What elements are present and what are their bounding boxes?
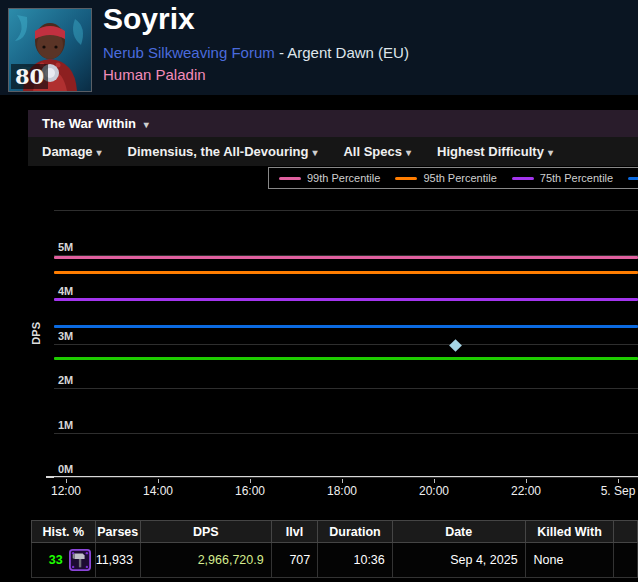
realm-label: - Argent Dawn (EU) bbox=[275, 44, 409, 61]
x-tick bbox=[250, 479, 251, 483]
race-class-label: Human Paladin bbox=[103, 66, 206, 83]
level-badge: 80 bbox=[11, 64, 48, 89]
legend-item[interactable]: 95th Percentile bbox=[395, 172, 496, 184]
extra-cell bbox=[614, 543, 638, 578]
y-gridline bbox=[54, 388, 638, 389]
x-tick bbox=[526, 479, 527, 483]
col-extra bbox=[614, 521, 638, 543]
dps-value[interactable]: 2,966,720.9 bbox=[140, 543, 271, 578]
y-tick-label: 3M bbox=[58, 330, 73, 342]
boss-dropdown[interactable]: Dimensius, the All-Devouring▾ bbox=[128, 144, 318, 159]
col-date[interactable]: Date bbox=[392, 521, 525, 543]
percentile-line bbox=[54, 271, 638, 274]
legend-item[interactable]: 75th Percentile bbox=[512, 172, 613, 184]
legend-item[interactable]: 50th Percentile bbox=[628, 172, 638, 184]
chevron-down-icon: ▾ bbox=[97, 147, 102, 158]
percentile-line bbox=[54, 256, 638, 259]
y-axis-label: DPS bbox=[30, 322, 42, 345]
y-gridline bbox=[54, 344, 638, 345]
chevron-down-icon: ▾ bbox=[144, 119, 149, 130]
y-gridline bbox=[54, 477, 638, 478]
x-tick-label: 12:00 bbox=[34, 484, 98, 498]
col-killed-with[interactable]: Killed With bbox=[525, 521, 614, 543]
spec-dropdown[interactable]: All Specs▾ bbox=[343, 144, 411, 159]
x-tick-label: 14:00 bbox=[126, 484, 190, 498]
spec-label: All Specs bbox=[343, 144, 402, 159]
boss-label: Dimensius, the All-Devouring bbox=[128, 144, 309, 159]
col-duration[interactable]: Duration bbox=[318, 521, 393, 543]
dps-percentile-chart: 99th Percentile95th Percentile75th Perce… bbox=[0, 166, 638, 512]
col-dps[interactable]: DPS bbox=[140, 521, 271, 543]
table-row[interactable]: 33 11,933 2,966,720.9 707 10:36 bbox=[32, 543, 638, 578]
x-tick-label: 22:00 bbox=[494, 484, 558, 498]
guild-line: Nerub Silkweaving Forum - Argent Dawn (E… bbox=[103, 44, 409, 61]
spec-icon[interactable] bbox=[69, 549, 91, 571]
x-tick bbox=[342, 479, 343, 483]
col-ilvl[interactable]: Ilvl bbox=[271, 521, 318, 543]
chevron-down-icon: ▾ bbox=[406, 147, 411, 158]
table-header-row: Hist. % Parses DPS Ilvl Duration Date Ki… bbox=[32, 521, 638, 543]
legend-swatch bbox=[395, 177, 417, 180]
difficulty-label: Highest Difficulty bbox=[437, 144, 544, 159]
x-tick-label: 16:00 bbox=[218, 484, 282, 498]
x-tick bbox=[66, 479, 67, 483]
y-tick-label: 4M bbox=[58, 285, 73, 297]
chevron-down-icon: ▾ bbox=[312, 147, 317, 158]
chart-legend: 99th Percentile95th Percentile75th Perce… bbox=[268, 167, 638, 189]
metric-label: Damage bbox=[42, 144, 93, 159]
legend-swatch bbox=[512, 177, 534, 180]
expansion-label: The War Within bbox=[42, 116, 136, 131]
x-tick bbox=[618, 479, 619, 483]
x-tick-label: 20:00 bbox=[402, 484, 466, 498]
parse-data-point[interactable] bbox=[449, 339, 462, 352]
chevron-down-icon: ▾ bbox=[548, 147, 553, 158]
y-gridline bbox=[54, 210, 638, 211]
y-tick-label: 0M bbox=[58, 463, 73, 475]
percentile-line bbox=[54, 325, 638, 328]
character-header: 80 Soyrix Nerub Silkweaving Forum - Arge… bbox=[0, 0, 638, 95]
x-tick bbox=[158, 479, 159, 483]
difficulty-dropdown[interactable]: Highest Difficulty▾ bbox=[437, 144, 553, 159]
parses-value: 11,933 bbox=[95, 543, 140, 578]
legend-label: 95th Percentile bbox=[423, 172, 496, 184]
y-tick-label: 2M bbox=[58, 374, 73, 386]
expansion-dropdown[interactable]: The War Within ▾ bbox=[28, 110, 638, 137]
ilvl-value: 707 bbox=[271, 543, 318, 578]
x-tick bbox=[434, 479, 435, 483]
percentile-line bbox=[54, 298, 638, 301]
duration-value: 10:36 bbox=[318, 543, 393, 578]
character-portrait: 80 bbox=[8, 8, 92, 92]
guild-link[interactable]: Nerub Silkweaving Forum bbox=[103, 44, 275, 61]
y-tick-label: 5M bbox=[58, 241, 73, 253]
legend-swatch bbox=[279, 177, 301, 180]
character-name: Soyrix bbox=[103, 2, 195, 36]
hist-percentile-value: 33 bbox=[49, 553, 63, 567]
percentile-line bbox=[54, 357, 638, 360]
parse-table: Hist. % Parses DPS Ilvl Duration Date Ki… bbox=[31, 520, 638, 578]
date-value: Sep 4, 2025 bbox=[392, 543, 525, 578]
x-tick-label: 18:00 bbox=[310, 484, 374, 498]
y-tick-label: 1M bbox=[58, 419, 73, 431]
legend-swatch bbox=[628, 177, 638, 180]
legend-item[interactable]: 99th Percentile bbox=[279, 172, 380, 184]
legend-label: 99th Percentile bbox=[307, 172, 380, 184]
killed-with-value: None bbox=[525, 543, 614, 578]
hist-percentile-cell: 33 bbox=[32, 549, 95, 571]
y-gridline bbox=[54, 433, 638, 434]
x-tick-label: 5. Sep bbox=[586, 484, 638, 498]
filter-bar: Damage▾ Dimensius, the All-Devouring▾ Al… bbox=[28, 137, 638, 166]
metric-dropdown[interactable]: Damage▾ bbox=[42, 144, 102, 159]
col-hist-pct[interactable]: Hist. % bbox=[32, 521, 96, 543]
legend-label: 75th Percentile bbox=[540, 172, 613, 184]
col-parses[interactable]: Parses bbox=[95, 521, 140, 543]
